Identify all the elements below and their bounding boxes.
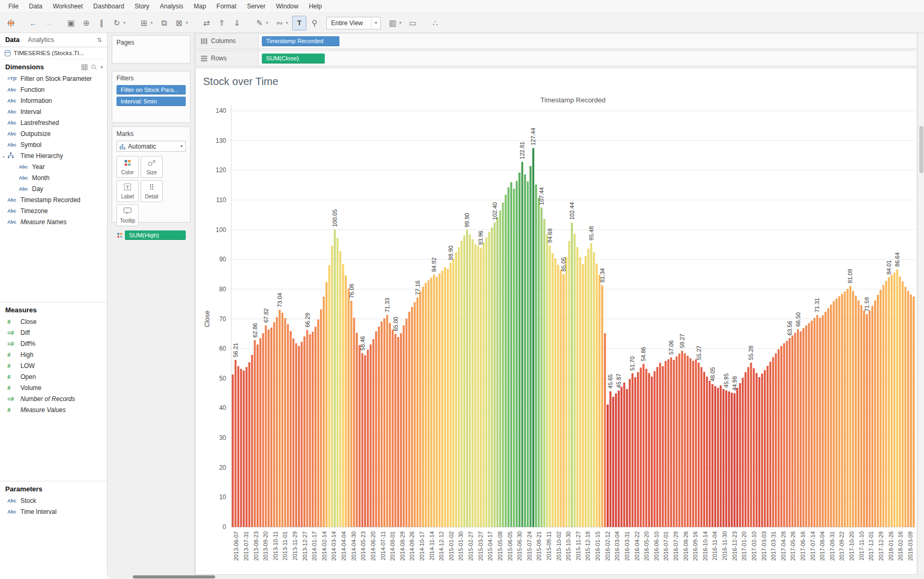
menu-window[interactable]: Window bbox=[271, 0, 304, 13]
fit-selector[interactable]: Entire View ▾ bbox=[326, 17, 381, 29]
tableau-logo bbox=[6, 18, 16, 28]
svg-text:60: 60 bbox=[219, 345, 227, 352]
swap-axes-button[interactable]: ⇄ bbox=[199, 16, 214, 30]
show-mark-labels-button[interactable]: T bbox=[292, 16, 306, 30]
mark-type-dropdown[interactable]: Automatic ▾ bbox=[116, 141, 186, 152]
presentation-mode-button[interactable]: ▭ bbox=[406, 16, 420, 30]
marks-color-button[interactable]: Color bbox=[116, 156, 139, 178]
clear-sheet-dropdown-caret-icon[interactable]: ▾ bbox=[186, 20, 190, 25]
show-cards-dropdown-caret-icon[interactable]: ▾ bbox=[399, 20, 404, 25]
menu-dashboard[interactable]: Dashboard bbox=[88, 0, 130, 13]
vertical-scrollbar[interactable] bbox=[918, 33, 924, 575]
svg-text:2015-01-30: 2015-01-30 bbox=[458, 531, 464, 561]
clear-sheet-button[interactable]: ⊠ bbox=[172, 16, 186, 30]
measure-high[interactable]: #High bbox=[0, 349, 107, 360]
menu-file[interactable]: File bbox=[3, 0, 24, 13]
measure-close[interactable]: #Close bbox=[0, 316, 107, 327]
dimension-filter-on-stock-parameter[interactable]: =T|FFilter on Stock Parameter bbox=[0, 73, 107, 84]
group-dropdown-caret-icon[interactable]: ▾ bbox=[286, 20, 291, 25]
sort-descending-button[interactable]: ⇓ bbox=[230, 16, 244, 30]
dimension-month[interactable]: AbcMonth bbox=[0, 172, 107, 183]
horizontal-scrollbar[interactable] bbox=[108, 575, 924, 579]
dimension-measure-names[interactable]: AbcMeasure Names bbox=[0, 216, 107, 227]
dimension-function[interactable]: AbcFunction bbox=[0, 84, 107, 95]
view-data-icon[interactable] bbox=[81, 64, 88, 70]
refresh-button[interactable]: ↻ bbox=[110, 16, 124, 30]
dimension-information[interactable]: AbcInformation bbox=[0, 95, 107, 106]
filters-card[interactable]: Filters Filter on Stock Para..Interval: … bbox=[112, 71, 190, 123]
tab-analytics[interactable]: Analytics bbox=[28, 36, 97, 44]
dimension-interval[interactable]: AbcInterval bbox=[0, 106, 107, 117]
svg-text:2014-11-14: 2014-11-14 bbox=[429, 531, 435, 560]
tableau-logo-icon[interactable] bbox=[4, 16, 18, 30]
new-worksheet-button[interactable]: ⊞ bbox=[137, 16, 151, 30]
sort-ascending-button[interactable]: ⇑ bbox=[215, 16, 229, 30]
new-worksheet-dropdown-caret-icon[interactable]: ▾ bbox=[151, 20, 155, 25]
parameter-stock[interactable]: AbcStock bbox=[0, 495, 107, 506]
dimension-timezone[interactable]: AbcTimezone bbox=[0, 205, 107, 216]
duplicate-sheet-button[interactable]: ⧉ bbox=[157, 16, 171, 30]
menu-format[interactable]: Format bbox=[211, 0, 242, 13]
parameter-time-interval[interactable]: AbcTime Interval bbox=[0, 506, 107, 517]
show-hide-cards-button[interactable]: ▥ bbox=[386, 16, 400, 30]
columns-shelf[interactable]: Columns Timestamp Recorded bbox=[195, 33, 917, 49]
dimension-timestamp-recorded[interactable]: AbcTimestamp Recorded bbox=[0, 194, 107, 205]
calculated-number-field-icon: =# bbox=[7, 330, 20, 336]
dimension-time-hierarchy[interactable]: ⌄Time Hierarchy bbox=[0, 150, 107, 161]
dimension-day[interactable]: AbcDay bbox=[0, 183, 107, 194]
vertical-scrollbar-thumb[interactable] bbox=[919, 126, 923, 173]
dimension-lastrefreshed[interactable]: AbcLastrefreshed bbox=[0, 117, 107, 128]
measure-volume[interactable]: #Volume bbox=[0, 382, 107, 393]
filter-pill-filter-on-stock-para-[interactable]: Filter on Stock Para.. bbox=[116, 85, 186, 94]
measure-diff-[interactable]: =#Diff% bbox=[0, 338, 107, 349]
pause-updates-button[interactable]: ∥ bbox=[94, 16, 109, 30]
horizontal-scrollbar-thumb[interactable] bbox=[133, 575, 215, 578]
menu-worksheet[interactable]: Worksheet bbox=[48, 0, 88, 13]
measure-low[interactable]: #LOW bbox=[0, 360, 107, 371]
svg-text:2015-04-17: 2015-04-17 bbox=[487, 531, 493, 561]
dimension-outputsize[interactable]: AbcOutputsize bbox=[0, 128, 107, 139]
measure-open[interactable]: #Open bbox=[0, 371, 107, 382]
undo-button[interactable]: ← bbox=[26, 16, 40, 30]
expand-caret-icon[interactable]: ⌄ bbox=[2, 153, 7, 159]
pane-menu-caret-icon[interactable]: ▾ bbox=[100, 65, 103, 70]
menu-map[interactable]: Map bbox=[188, 0, 211, 13]
save-button[interactable]: ▣ bbox=[64, 16, 78, 30]
menu-analysis[interactable]: Analysis bbox=[155, 0, 189, 13]
columns-pill-timestamp-recorded[interactable]: Timestamp Recorded bbox=[262, 36, 339, 46]
stock-bar-chart[interactable]: 0102030405060708090100110120130140Close5… bbox=[196, 68, 917, 574]
color-pill-sum-high[interactable]: SUM(High) bbox=[125, 230, 186, 240]
pages-card[interactable]: Pages bbox=[112, 35, 190, 64]
menu-story[interactable]: Story bbox=[130, 0, 155, 13]
rows-pill-sum-close[interactable]: SUM(Close) bbox=[262, 54, 325, 64]
svg-text:2016-03-31: 2016-03-31 bbox=[624, 531, 630, 561]
group-members-button[interactable]: ∾ bbox=[272, 16, 286, 30]
dimension-symbol[interactable]: AbcSymbol bbox=[0, 139, 107, 150]
menu-help[interactable]: Help bbox=[304, 0, 327, 13]
marks-card[interactable]: Marks Automatic ▾ ColorSizeTLabelDetailT… bbox=[112, 127, 190, 223]
menu-data[interactable]: Data bbox=[24, 0, 47, 13]
marks-label-button[interactable]: TLabel bbox=[116, 180, 139, 202]
find-field-icon[interactable] bbox=[91, 64, 97, 70]
pane-swap-icon[interactable]: ⇅ bbox=[97, 37, 102, 44]
new-datasource-button[interactable]: ⊕ bbox=[79, 16, 93, 30]
datasource-item[interactable]: TIMESERIES (Stocks.TI... bbox=[0, 47, 107, 59]
rows-shelf[interactable]: Rows SUM(Close) bbox=[195, 50, 917, 66]
filter-pill-interval-5min[interactable]: Interval: 5min bbox=[116, 97, 186, 106]
redo-button[interactable]: → bbox=[41, 16, 56, 30]
measure-number-of-records[interactable]: =#Number of Records bbox=[0, 393, 107, 404]
marks-tooltip-button[interactable]: Tooltip bbox=[116, 204, 139, 226]
highlight-dropdown-caret-icon[interactable]: ▾ bbox=[266, 20, 271, 25]
share-button[interactable]: ∴ bbox=[428, 16, 442, 30]
menu-server[interactable]: Server bbox=[242, 0, 271, 13]
filters-title: Filters bbox=[116, 75, 186, 82]
fix-axes-button[interactable]: ⚲ bbox=[307, 16, 322, 30]
measure-diff[interactable]: =#Diff bbox=[0, 327, 107, 338]
measure-measure-values[interactable]: #Measure Values bbox=[0, 404, 107, 415]
marks-detail-button[interactable]: Detail bbox=[141, 180, 163, 202]
marks-size-button[interactable]: Size bbox=[141, 156, 163, 178]
tab-data[interactable]: Data bbox=[5, 36, 19, 44]
highlight-button[interactable]: ✎ bbox=[252, 16, 267, 30]
refresh-dropdown-caret-icon[interactable]: ▾ bbox=[123, 20, 128, 25]
dimension-year[interactable]: AbcYear bbox=[0, 161, 107, 172]
